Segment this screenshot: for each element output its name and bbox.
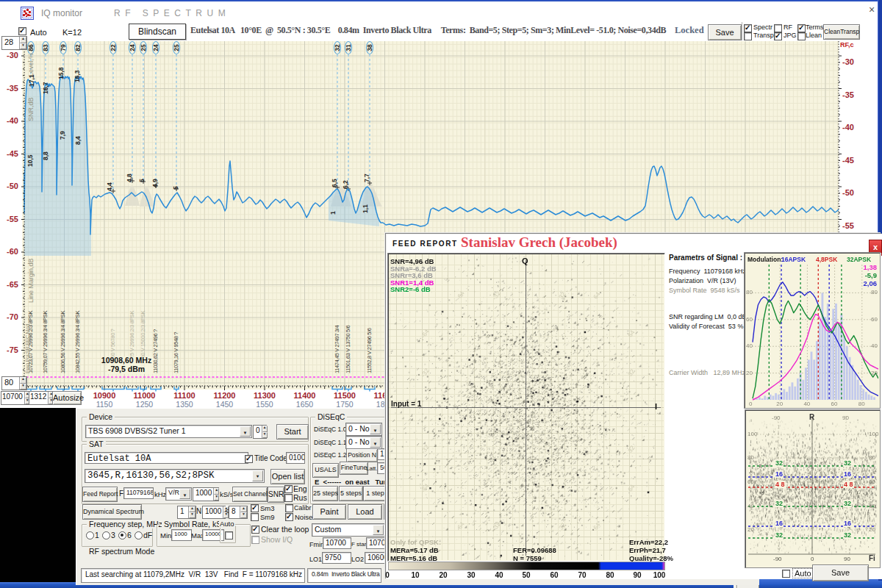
clear-loop-label: Clear the loop [261, 525, 309, 534]
modulation-curve-16APSK [753, 282, 878, 396]
transponder-marker-number: 32 [334, 44, 341, 51]
scale-top-arrows[interactable]: ▲▼ [19, 37, 26, 49]
freqstep-label-3: 3 [111, 531, 115, 539]
load-button[interactable]: Load [348, 504, 382, 520]
modulation-histogram-bar [868, 395, 870, 400]
modulation-curve-4,8PSK [753, 315, 878, 401]
save-button[interactable]: Save [708, 24, 742, 40]
noise-checkbox[interactable] [285, 513, 293, 521]
eng-checkbox[interactable] [284, 485, 293, 493]
range-combo[interactable]: Custom [312, 523, 385, 537]
dyn-spin2[interactable]: 1000▲▼ [202, 506, 226, 519]
toolbar-checkbox-llean[interactable] [797, 32, 806, 40]
phase-line-label: 32 [843, 500, 852, 507]
diseqc11-combo[interactable]: 0 - No [345, 436, 382, 449]
chevron-down-icon[interactable] [370, 424, 381, 434]
scale-bottom-arrows[interactable]: ▲▼ [19, 377, 26, 390]
feed-report-button[interactable]: Feed Report [82, 487, 118, 502]
modulation-histogram-bar [792, 382, 794, 400]
toolbar-checkbox-terms[interactable] [797, 24, 806, 32]
title-checkbox[interactable] [245, 455, 253, 463]
usals-button[interactable]: USALS [312, 463, 339, 478]
polarization-combo[interactable]: V/R [165, 487, 192, 501]
toolbar-checkbox-transp[interactable] [744, 32, 752, 40]
transponder-marker-number: 83 [42, 44, 49, 51]
dynamical-spectrum-button[interactable]: Dynamical Spectrum [82, 504, 142, 520]
feed-window-title: Stanislav Grech (Jacobek) [461, 234, 617, 251]
auto-label: Auto [30, 28, 47, 37]
dyn-spin3-arrows[interactable]: ▲▼ [240, 506, 247, 518]
close-icon[interactable]: × [865, 3, 878, 16]
freqstep-radio-6[interactable] [118, 531, 126, 539]
freq-start-spinner[interactable]: 10700 ▲▼ [1, 391, 29, 405]
sm9-checkbox[interactable] [251, 513, 259, 521]
cleantransp-button[interactable]: CleanTransp [823, 24, 860, 40]
code-field[interactable]: 0100 [286, 452, 305, 464]
feed-auto-checkbox[interactable] [782, 570, 790, 578]
autosize-button[interactable]: Autosize [52, 391, 82, 405]
modulation-histogram-bar [843, 336, 845, 400]
open-list-button[interactable]: Open list [270, 469, 305, 484]
feed-save-button[interactable]: Save [812, 564, 869, 581]
scale-top-spinner[interactable]: 28 ▲▼ [1, 36, 27, 50]
chevron-down-icon[interactable] [179, 489, 190, 499]
dyn-spin1-arrows[interactable]: ▲▼ [188, 506, 196, 518]
chevron-down-icon[interactable] [240, 426, 251, 437]
toolbar-checkbox-spectr[interactable] [744, 24, 752, 32]
freqstep-radio-1[interactable] [86, 531, 94, 539]
finetune-button[interactable]: FineTune [340, 462, 368, 475]
device-index-spinner[interactable]: 0▲▼ [253, 425, 267, 439]
dyn-spin3[interactable]: 8▲▼ [229, 506, 248, 519]
scale-bottom-spinner[interactable]: 80 ▲▼ [1, 376, 27, 390]
lo1-field[interactable]: 9750 [322, 552, 351, 564]
symbolrate-spinner[interactable]: 1000▲▼ [193, 487, 219, 501]
snr-value-label: 8,4 [74, 136, 82, 145]
clear-loop-checkbox[interactable] [251, 526, 259, 534]
diseqc10-combo[interactable]: 0 - No [345, 423, 382, 436]
show-iq-checkbox[interactable] [251, 536, 259, 544]
steps5-button[interactable]: 5 steps [339, 486, 363, 501]
paint-button[interactable]: Paint [312, 504, 346, 520]
min-field[interactable]: 1000 [171, 529, 192, 541]
transponder-combo[interactable]: 3645,R,16130,56,S2;8PSK [85, 469, 265, 483]
sr-auto-checkbox[interactable] [225, 531, 233, 539]
blindscan-button[interactable]: Blindscan [129, 24, 186, 40]
screen: IQ monitor RF SPECTRUM × Auto K=12 Blind… [0, 0, 882, 588]
feed-window-label: FEED REPORT [392, 240, 458, 248]
freqstep-radio-dF[interactable] [135, 531, 143, 539]
chevron-down-icon[interactable] [252, 470, 263, 481]
symbolrate-spinner-arrows[interactable]: ▲▼ [213, 488, 219, 501]
auto-checkbox[interactable] [18, 27, 26, 35]
calibr-checkbox[interactable] [285, 504, 293, 512]
fi-r-label: R [809, 413, 814, 421]
start-button[interactable]: Start [276, 424, 309, 440]
sm3-checkbox[interactable] [251, 504, 259, 512]
set-channel-button[interactable]: Set Channel [232, 487, 268, 502]
snr-button[interactable]: SNR [268, 487, 284, 503]
phase-line-label: 16 [775, 520, 784, 527]
chevron-down-icon[interactable] [373, 525, 384, 535]
steps25-button[interactable]: 25 steps [312, 486, 338, 501]
toolbar-checkbox-jpg[interactable] [774, 32, 782, 40]
steps1-button[interactable]: 1 step [363, 486, 387, 501]
freq-span-value: 1312 [29, 392, 48, 404]
frequency-field[interactable]: 11079168 [123, 487, 154, 499]
fmin-field[interactable]: 10700 [323, 537, 351, 549]
dyn-spin1[interactable]: 1▲▼ [177, 506, 196, 519]
freqstep-radio-3[interactable] [102, 531, 110, 539]
freq-span-spinner[interactable]: 1312 ▲▼ [29, 391, 52, 405]
min-label: Min [160, 531, 171, 539]
modulation-histogram-bar [870, 396, 872, 401]
snr-value-label: 4,4 [106, 182, 113, 191]
quality-scale-number: 30 [467, 571, 475, 579]
fi-y-label-right: 40 [869, 503, 875, 509]
position-button[interactable]: Position N [346, 448, 378, 462]
chevron-down-icon[interactable] [370, 437, 381, 448]
snr-value-label: 1 [329, 211, 337, 215]
device-combo[interactable]: TBS 6908 DVBS/S2 Tuner 1 [85, 425, 252, 438]
device-index-spinner-arrows[interactable]: ▲▼ [262, 426, 268, 438]
rus-checkbox[interactable] [284, 494, 293, 502]
locked-status: Locked [675, 25, 704, 36]
sat-name-field[interactable]: Eutelsat 10A [85, 452, 248, 464]
modulation-histogram-bar [767, 397, 769, 400]
